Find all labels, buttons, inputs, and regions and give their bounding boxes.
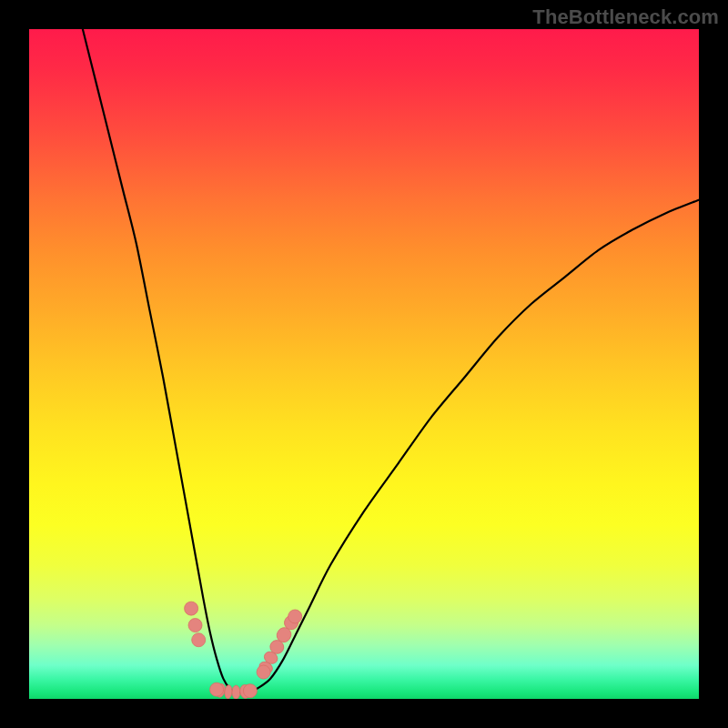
watermark-text: TheBottleneck.com [532, 5, 719, 29]
bottleneck-curve [83, 29, 699, 693]
chart-svg [29, 29, 699, 699]
data-marker [188, 619, 202, 632]
data-marker [232, 685, 240, 699]
data-marker [243, 684, 257, 698]
data-marker [257, 665, 270, 679]
data-marker [224, 684, 232, 699]
data-marker [185, 602, 198, 615]
chart-frame: TheBottleneck.com [0, 0, 728, 728]
data-marker [192, 633, 206, 647]
data-marker [210, 682, 224, 696]
plot-area [29, 29, 699, 699]
data-markers [185, 602, 302, 699]
data-marker [288, 610, 302, 623]
